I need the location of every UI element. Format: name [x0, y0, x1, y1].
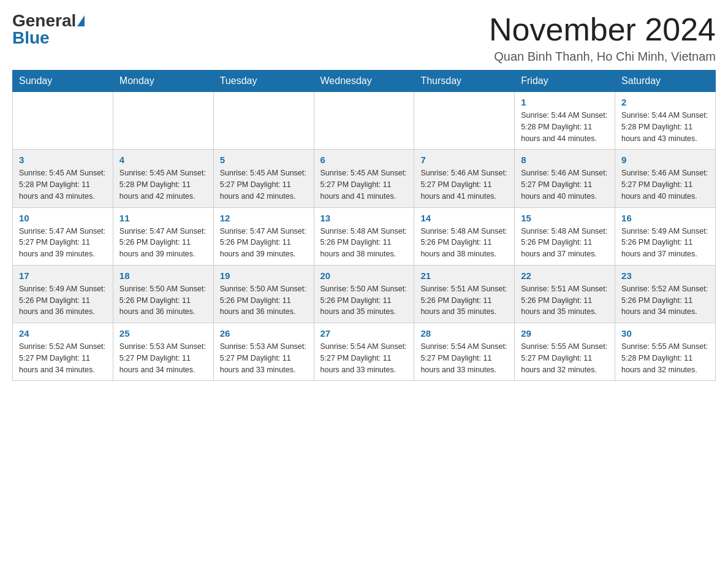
calendar-cell	[314, 92, 414, 150]
day-info: Sunrise: 5:49 AM Sunset: 5:26 PM Dayligh…	[621, 226, 709, 260]
day-info: Sunrise: 5:47 AM Sunset: 5:26 PM Dayligh…	[220, 226, 308, 260]
calendar-cell: 24Sunrise: 5:52 AM Sunset: 5:27 PM Dayli…	[13, 323, 113, 381]
day-number: 20	[320, 270, 408, 281]
day-info: Sunrise: 5:50 AM Sunset: 5:26 PM Dayligh…	[320, 283, 408, 318]
col-monday: Monday	[113, 71, 213, 92]
calendar-cell: 6Sunrise: 5:45 AM Sunset: 5:27 PM Daylig…	[314, 150, 414, 207]
calendar-cell: 17Sunrise: 5:49 AM Sunset: 5:26 PM Dayli…	[13, 265, 113, 323]
calendar-cell	[13, 92, 113, 150]
week-row-3: 10Sunrise: 5:47 AM Sunset: 5:27 PM Dayli…	[13, 207, 716, 265]
day-number: 6	[320, 155, 408, 165]
week-row-5: 24Sunrise: 5:52 AM Sunset: 5:27 PM Dayli…	[13, 323, 716, 381]
day-number: 27	[320, 328, 408, 339]
col-tuesday: Tuesday	[213, 71, 314, 92]
day-info: Sunrise: 5:50 AM Sunset: 5:26 PM Dayligh…	[220, 283, 308, 318]
day-info: Sunrise: 5:44 AM Sunset: 5:28 PM Dayligh…	[521, 110, 609, 144]
col-wednesday: Wednesday	[314, 71, 414, 92]
col-friday: Friday	[515, 71, 615, 92]
calendar-cell: 27Sunrise: 5:54 AM Sunset: 5:27 PM Dayli…	[314, 323, 414, 381]
day-number: 23	[621, 270, 709, 281]
calendar-cell: 8Sunrise: 5:46 AM Sunset: 5:27 PM Daylig…	[515, 150, 615, 207]
day-info: Sunrise: 5:47 AM Sunset: 5:27 PM Dayligh…	[19, 226, 107, 260]
logo-triangle-icon	[77, 15, 85, 26]
col-thursday: Thursday	[414, 71, 515, 92]
calendar-cell: 25Sunrise: 5:53 AM Sunset: 5:27 PM Dayli…	[113, 323, 213, 381]
day-info: Sunrise: 5:45 AM Sunset: 5:27 PM Dayligh…	[320, 167, 408, 202]
logo-blue-text: Blue	[12, 29, 50, 47]
day-info: Sunrise: 5:47 AM Sunset: 5:26 PM Dayligh…	[119, 226, 207, 260]
day-info: Sunrise: 5:52 AM Sunset: 5:27 PM Dayligh…	[19, 341, 107, 375]
week-row-4: 17Sunrise: 5:49 AM Sunset: 5:26 PM Dayli…	[13, 265, 716, 323]
day-number: 13	[320, 213, 408, 223]
day-number: 19	[220, 270, 308, 281]
calendar-cell: 2Sunrise: 5:44 AM Sunset: 5:28 PM Daylig…	[615, 92, 716, 150]
day-info: Sunrise: 5:49 AM Sunset: 5:26 PM Dayligh…	[19, 283, 107, 318]
calendar-cell: 9Sunrise: 5:46 AM Sunset: 5:27 PM Daylig…	[615, 150, 716, 207]
day-info: Sunrise: 5:48 AM Sunset: 5:26 PM Dayligh…	[320, 226, 408, 260]
calendar-cell: 29Sunrise: 5:55 AM Sunset: 5:27 PM Dayli…	[515, 323, 615, 381]
day-number: 2	[621, 97, 709, 107]
calendar-header-row: Sunday Monday Tuesday Wednesday Thursday…	[13, 71, 716, 92]
calendar-cell: 26Sunrise: 5:53 AM Sunset: 5:27 PM Dayli…	[213, 323, 314, 381]
calendar-cell: 22Sunrise: 5:51 AM Sunset: 5:26 PM Dayli…	[515, 265, 615, 323]
calendar-cell: 7Sunrise: 5:46 AM Sunset: 5:27 PM Daylig…	[414, 150, 515, 207]
calendar-cell	[414, 92, 515, 150]
calendar-cell: 23Sunrise: 5:52 AM Sunset: 5:26 PM Dayli…	[615, 265, 716, 323]
calendar-cell: 21Sunrise: 5:51 AM Sunset: 5:26 PM Dayli…	[414, 265, 515, 323]
day-number: 9	[621, 155, 709, 165]
calendar-cell: 13Sunrise: 5:48 AM Sunset: 5:26 PM Dayli…	[314, 207, 414, 265]
day-number: 12	[220, 213, 308, 223]
calendar-cell: 18Sunrise: 5:50 AM Sunset: 5:26 PM Dayli…	[113, 265, 213, 323]
calendar-cell: 4Sunrise: 5:45 AM Sunset: 5:28 PM Daylig…	[113, 150, 213, 207]
day-info: Sunrise: 5:45 AM Sunset: 5:28 PM Dayligh…	[119, 167, 207, 202]
calendar-cell: 30Sunrise: 5:55 AM Sunset: 5:28 PM Dayli…	[615, 323, 716, 381]
day-info: Sunrise: 5:51 AM Sunset: 5:26 PM Dayligh…	[521, 283, 609, 318]
day-info: Sunrise: 5:54 AM Sunset: 5:27 PM Dayligh…	[420, 341, 508, 375]
calendar-cell: 16Sunrise: 5:49 AM Sunset: 5:26 PM Dayli…	[615, 207, 716, 265]
week-row-2: 3Sunrise: 5:45 AM Sunset: 5:28 PM Daylig…	[13, 150, 716, 207]
title-section: November 2024 Quan Binh Thanh, Ho Chi Mi…	[489, 12, 716, 64]
day-number: 8	[521, 155, 609, 165]
day-number: 25	[119, 328, 207, 339]
day-number: 28	[420, 328, 508, 339]
day-number: 7	[420, 155, 508, 165]
logo: General Blue	[12, 12, 85, 47]
day-number: 14	[420, 213, 508, 223]
location-text: Quan Binh Thanh, Ho Chi Minh, Vietnam	[489, 50, 716, 64]
day-info: Sunrise: 5:48 AM Sunset: 5:26 PM Dayligh…	[420, 226, 508, 260]
calendar-cell: 1Sunrise: 5:44 AM Sunset: 5:28 PM Daylig…	[515, 92, 615, 150]
day-info: Sunrise: 5:55 AM Sunset: 5:28 PM Dayligh…	[621, 341, 709, 375]
day-info: Sunrise: 5:53 AM Sunset: 5:27 PM Dayligh…	[119, 341, 207, 375]
day-info: Sunrise: 5:45 AM Sunset: 5:28 PM Dayligh…	[19, 167, 107, 202]
calendar-cell: 20Sunrise: 5:50 AM Sunset: 5:26 PM Dayli…	[314, 265, 414, 323]
day-info: Sunrise: 5:50 AM Sunset: 5:26 PM Dayligh…	[119, 283, 207, 318]
day-number: 5	[220, 155, 308, 165]
day-info: Sunrise: 5:46 AM Sunset: 5:27 PM Dayligh…	[621, 167, 709, 202]
day-info: Sunrise: 5:45 AM Sunset: 5:27 PM Dayligh…	[220, 167, 308, 202]
calendar-cell: 19Sunrise: 5:50 AM Sunset: 5:26 PM Dayli…	[213, 265, 314, 323]
calendar-cell: 14Sunrise: 5:48 AM Sunset: 5:26 PM Dayli…	[414, 207, 515, 265]
day-number: 18	[119, 270, 207, 281]
day-number: 22	[521, 270, 609, 281]
calendar-cell: 12Sunrise: 5:47 AM Sunset: 5:26 PM Dayli…	[213, 207, 314, 265]
day-info: Sunrise: 5:53 AM Sunset: 5:27 PM Dayligh…	[220, 341, 308, 375]
day-info: Sunrise: 5:51 AM Sunset: 5:26 PM Dayligh…	[420, 283, 508, 318]
day-number: 11	[119, 213, 207, 223]
day-number: 26	[220, 328, 308, 339]
day-info: Sunrise: 5:46 AM Sunset: 5:27 PM Dayligh…	[420, 167, 508, 202]
day-number: 10	[19, 213, 107, 223]
calendar-cell: 10Sunrise: 5:47 AM Sunset: 5:27 PM Dayli…	[13, 207, 113, 265]
calendar-cell: 11Sunrise: 5:47 AM Sunset: 5:26 PM Dayli…	[113, 207, 213, 265]
month-title: November 2024	[489, 12, 716, 47]
logo-general-text: General	[12, 12, 76, 29]
day-number: 21	[420, 270, 508, 281]
day-number: 1	[521, 97, 609, 107]
calendar-cell: 5Sunrise: 5:45 AM Sunset: 5:27 PM Daylig…	[213, 150, 314, 207]
day-number: 30	[621, 328, 709, 339]
day-info: Sunrise: 5:52 AM Sunset: 5:26 PM Dayligh…	[621, 283, 709, 318]
week-row-1: 1Sunrise: 5:44 AM Sunset: 5:28 PM Daylig…	[13, 92, 716, 150]
day-number: 24	[19, 328, 107, 339]
day-number: 4	[119, 155, 207, 165]
day-info: Sunrise: 5:46 AM Sunset: 5:27 PM Dayligh…	[521, 167, 609, 202]
page-header: General Blue November 2024 Quan Binh Tha…	[12, 12, 716, 64]
